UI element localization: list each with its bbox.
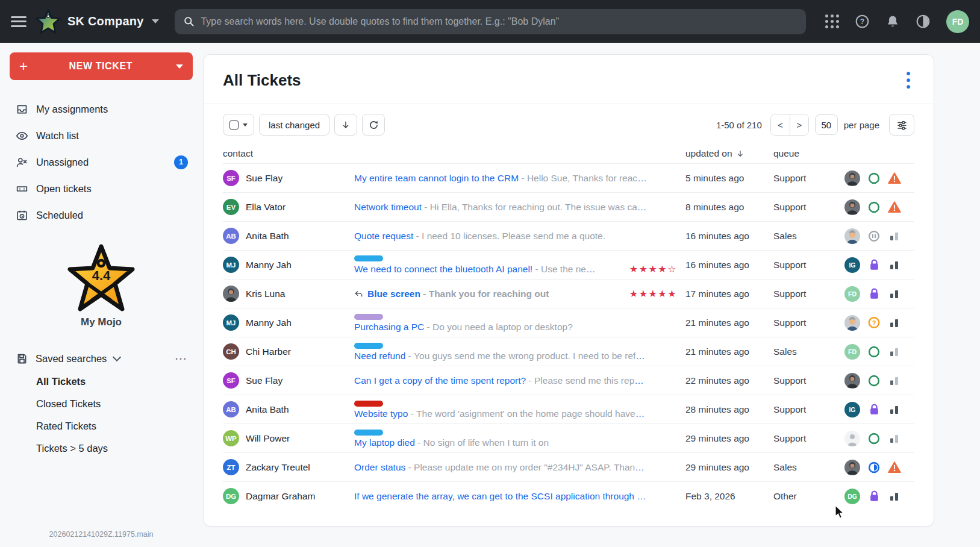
ticket-row[interactable]: SFSue FlayCan I get a copy of the time s… bbox=[223, 366, 914, 395]
separator: - bbox=[415, 437, 423, 448]
ticket-row[interactable]: ABAnita BathWebsite typo - The word 'asi… bbox=[223, 395, 914, 424]
unassigned-count-badge: 1 bbox=[174, 155, 188, 169]
ticket-title-link[interactable]: Website typo bbox=[354, 408, 408, 419]
contact-avatar: SF bbox=[223, 372, 239, 389]
ticket-row[interactable]: WPWill PowerMy laptop died - No sign of … bbox=[223, 424, 914, 452]
prev-page-button[interactable]: < bbox=[771, 114, 790, 135]
owner-avatar: FD bbox=[844, 344, 860, 360]
ticket-title-link[interactable]: Order status bbox=[354, 462, 405, 473]
saved-search-all-tickets[interactable]: All Tickets bbox=[10, 370, 193, 393]
plus-icon: + bbox=[19, 59, 28, 73]
state-closed-lock-icon bbox=[869, 490, 880, 502]
ticket-row[interactable]: DGDagmar GrahamIf we generate the array,… bbox=[223, 481, 914, 510]
state-open-icon bbox=[867, 374, 881, 387]
apps-grid-icon[interactable] bbox=[825, 14, 839, 28]
saved-searches-header[interactable]: Saved searches ⋯ bbox=[10, 346, 193, 370]
user-avatar[interactable]: FD bbox=[946, 10, 969, 33]
photo-avatar bbox=[844, 170, 860, 186]
checkbox-icon[interactable] bbox=[229, 120, 239, 130]
saved-search-closed-tickets[interactable]: Closed Tickets bbox=[10, 393, 193, 415]
contact-name: Chi Harber bbox=[246, 346, 291, 357]
notifications-bell-icon[interactable] bbox=[885, 14, 900, 29]
ticket-row[interactable]: EVElla VatorNetwork timeout - Hi Ella, T… bbox=[223, 192, 914, 221]
chevron-down-icon[interactable] bbox=[243, 123, 248, 127]
per-page-label: per page bbox=[844, 120, 879, 130]
contact-name: Ella Vator bbox=[246, 202, 286, 213]
separator: - bbox=[424, 322, 432, 333]
sort-direction-button[interactable] bbox=[334, 114, 357, 136]
owner-avatar: FD bbox=[844, 286, 860, 302]
ticket-title-link[interactable]: If we generate the array, we can get to … bbox=[354, 491, 646, 502]
column-contact[interactable]: contact bbox=[223, 148, 354, 159]
truncation-ellipsis: … bbox=[635, 462, 644, 473]
saved-search-tickets-5-days[interactable]: Tickets > 5 days bbox=[10, 437, 193, 460]
contact-avatar: AB bbox=[223, 228, 239, 244]
contact-name: Sue Flay bbox=[246, 375, 282, 386]
dark-mode-toggle-icon[interactable] bbox=[916, 14, 931, 29]
help-icon[interactable]: ? bbox=[855, 14, 870, 29]
updated-time: 16 minutes ago bbox=[685, 260, 773, 270]
contact-name: Sue Flay bbox=[246, 173, 282, 184]
column-updated-on[interactable]: updated on bbox=[685, 148, 773, 159]
refresh-button[interactable] bbox=[362, 114, 385, 136]
search-input[interactable] bbox=[201, 16, 797, 27]
sidebar-item-watch-list[interactable]: Watch list bbox=[10, 122, 193, 149]
ticket-title-link[interactable]: Blue screen bbox=[367, 289, 420, 299]
priority-bars-icon bbox=[889, 375, 900, 386]
ticket-row[interactable]: Kris LunaBlue screen - Thank you for rea… bbox=[223, 279, 914, 308]
queue-name: Sales bbox=[773, 231, 844, 242]
ticket-tag-pill bbox=[354, 343, 383, 349]
contact-name: Anita Bath bbox=[246, 404, 289, 415]
company-logo-star-icon bbox=[35, 8, 61, 36]
per-page-input[interactable] bbox=[815, 114, 838, 135]
column-queue[interactable]: queue bbox=[773, 148, 844, 159]
ticket-row[interactable]: ABAnita BathQuote request - I need 10 li… bbox=[223, 221, 914, 250]
escalation-warning-icon bbox=[888, 461, 901, 474]
separator: - bbox=[405, 462, 414, 473]
contact-name: Manny Jah bbox=[246, 260, 292, 270]
brand[interactable]: SK Company bbox=[35, 8, 159, 36]
ticket-preview-text: I need 10 licenses. Please send me a quo… bbox=[422, 231, 605, 242]
select-all-button[interactable] bbox=[223, 114, 254, 136]
ticket-title-link[interactable]: Can I get a copy of the time spent repor… bbox=[354, 375, 526, 386]
new-ticket-button[interactable]: + NEW TICKET bbox=[10, 52, 193, 80]
ticket-title-link[interactable]: My entire team cannot login to the CRM bbox=[354, 173, 519, 184]
truncation-ellipsis: … bbox=[586, 264, 596, 275]
sidebar-item-open-tickets[interactable]: Open tickets bbox=[10, 175, 193, 202]
ticket-title-link[interactable]: Need refund bbox=[354, 351, 405, 361]
ticket-title-link[interactable]: Network timeout bbox=[354, 202, 422, 213]
ticket-title-link[interactable]: Quote request bbox=[354, 231, 413, 242]
ticket-row[interactable]: ZTZackary TreutelOrder status - Please u… bbox=[223, 452, 914, 481]
saved-search-rated-tickets[interactable]: Rated Tickets bbox=[10, 415, 193, 437]
truncation-ellipsis: … bbox=[637, 202, 647, 213]
updated-time: 29 minutes ago bbox=[685, 462, 773, 473]
more-options-icon[interactable]: ⋯ bbox=[175, 351, 188, 366]
next-page-button[interactable]: > bbox=[790, 114, 808, 135]
mojo-label: My Mojo bbox=[81, 316, 122, 328]
contact-name: Will Power bbox=[246, 433, 290, 444]
sidebar-item-scheduled[interactable]: Scheduled bbox=[10, 202, 193, 228]
rating-stars: ★★★★★ bbox=[623, 288, 677, 299]
ticket-title-link[interactable]: Purchasing a PC bbox=[354, 322, 424, 333]
hamburger-menu-icon[interactable] bbox=[11, 16, 27, 27]
ticket-row[interactable]: MJManny JahPurchasing a PC - Do you need… bbox=[223, 308, 914, 337]
sort-by-button[interactable]: last changed bbox=[259, 114, 329, 136]
ticket-title-link[interactable]: My laptop died bbox=[354, 437, 415, 448]
ticket-preview-text: Thank you for reaching out bbox=[429, 289, 549, 299]
updated-time: 21 minutes ago bbox=[685, 346, 773, 357]
ticket-tag-pill bbox=[354, 314, 383, 320]
card-menu-kebab-icon[interactable]: ••• bbox=[902, 70, 914, 90]
chevron-down-icon[interactable] bbox=[176, 64, 183, 69]
global-search[interactable] bbox=[175, 9, 806, 34]
sidebar-item-my-assignments[interactable]: My assignments bbox=[10, 96, 193, 122]
column-settings-button[interactable] bbox=[889, 114, 914, 136]
ticket-row[interactable]: CHChi HarberNeed refund - You guys send … bbox=[223, 337, 914, 366]
top-navbar: SK Company ? FD bbox=[0, 0, 980, 43]
ticket-title-link[interactable]: We need to connect the bluetooth AI pane… bbox=[354, 264, 532, 275]
contact-name: Manny Jah bbox=[246, 317, 292, 328]
state-closed-lock-icon bbox=[869, 403, 880, 416]
ticket-row[interactable]: MJManny JahWe need to connect the blueto… bbox=[223, 250, 914, 279]
ticket-row[interactable]: SFSue FlayMy entire team cannot login to… bbox=[223, 163, 914, 192]
sidebar: + NEW TICKET My assignmentsWatch listUna… bbox=[0, 43, 202, 547]
sidebar-item-unassigned[interactable]: Unassigned1 bbox=[10, 149, 193, 175]
